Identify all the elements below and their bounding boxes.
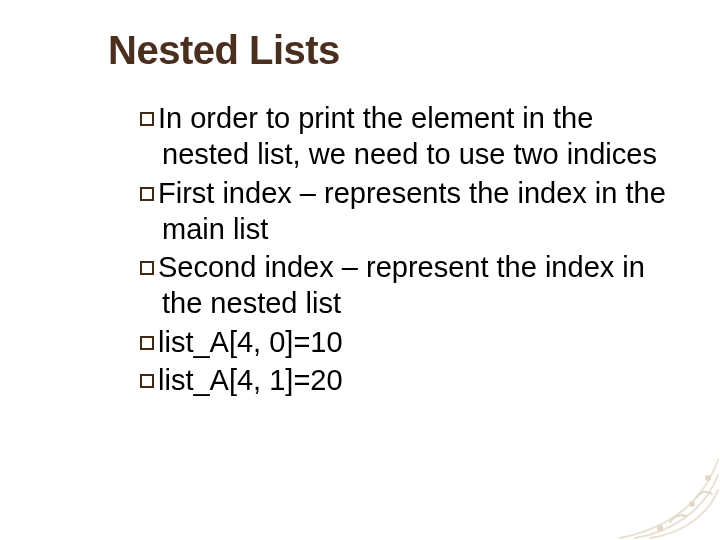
slide-body: In order to print the element in the nes… [140, 100, 680, 400]
bullet-item: First index – represents the index in th… [140, 175, 680, 248]
svg-point-2 [705, 475, 711, 481]
bullet-item: list_A[4, 0]=10 [140, 324, 680, 360]
bullet-text: Second index – represent the index in th… [158, 251, 645, 319]
bullet-text: First index – represents the index in th… [158, 177, 666, 245]
svg-point-1 [689, 501, 695, 507]
bullet-text: In order to print the element in the nes… [158, 102, 657, 170]
corner-flourish-icon [600, 420, 720, 540]
slide-title: Nested Lists [108, 28, 340, 73]
svg-point-0 [657, 525, 663, 531]
bullet-square-icon [140, 374, 154, 388]
bullet-item: In order to print the element in the nes… [140, 100, 680, 173]
bullet-item: list_A[4, 1]=20 [140, 362, 680, 398]
bullet-square-icon [140, 187, 154, 201]
bullet-text: list_A[4, 0]=10 [158, 326, 343, 358]
bullet-square-icon [140, 112, 154, 126]
bullet-square-icon [140, 261, 154, 275]
bullet-item: Second index – represent the index in th… [140, 249, 680, 322]
bullet-square-icon [140, 336, 154, 350]
bullet-text: list_A[4, 1]=20 [158, 364, 343, 396]
slide: Nested Lists In order to print the eleme… [0, 0, 720, 540]
